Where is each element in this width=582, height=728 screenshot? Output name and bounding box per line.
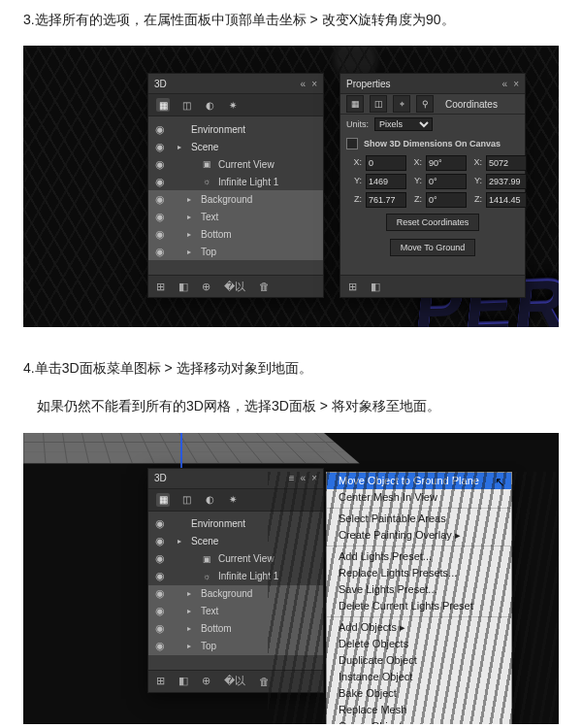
footer-icon[interactable]: ⊕: [202, 281, 210, 293]
panel-properties-footer[interactable]: ⊞◧: [340, 275, 525, 297]
visibility-eye-icon[interactable]: ◉: [154, 158, 166, 171]
menu-item[interactable]: Instance Object: [327, 669, 511, 685]
panel-close-icon[interactable]: ×: [311, 473, 317, 483]
tree-row[interactable]: ◉▣Current View: [148, 155, 323, 173]
visibility-eye-icon[interactable]: ◉: [154, 535, 166, 547]
visibility-eye-icon[interactable]: ◉: [154, 587, 166, 600]
tree-row[interactable]: ◉☼Infinite Light 1: [148, 173, 323, 190]
panel-menu-icon[interactable]: ≡: [289, 473, 295, 483]
visibility-eye-icon[interactable]: ◉: [154, 570, 166, 582]
coord-input[interactable]: [366, 155, 406, 171]
mode-icon[interactable]: ⌖: [393, 95, 410, 113]
visibility-eye-icon[interactable]: ◉: [154, 228, 166, 241]
material-filter-icon[interactable]: ◐: [203, 98, 216, 112]
tree-row[interactable]: ◉▸Top: [148, 638, 323, 655]
visibility-eye-icon[interactable]: ◉: [154, 193, 166, 206]
caret-icon[interactable]: ▸: [187, 195, 195, 204]
coord-input[interactable]: [486, 155, 527, 171]
menu-item[interactable]: Add Lights Preset...: [327, 548, 511, 565]
scene-filter-icon[interactable]: ▦: [156, 98, 170, 112]
panel-3d[interactable]: 3D ≡ « × ▦ ◫ ◐ ✷ ◉Environment◉▸Scene◉▣Cu…: [147, 468, 324, 693]
panel-3d-modebar[interactable]: ▦ ◫ ◐ ✷: [148, 94, 323, 116]
tree-row[interactable]: ◉▸Scene: [148, 533, 323, 550]
light-filter-icon[interactable]: ✷: [226, 493, 240, 507]
panel-collapse-icon[interactable]: «: [301, 473, 307, 483]
menu-item[interactable]: Delete Current Lights Preset: [327, 598, 511, 614]
menu-item[interactable]: Delete Objects: [327, 636, 511, 652]
panel-3d-footer[interactable]: ⊞◧⊕�以🗑: [148, 275, 323, 297]
coord-input[interactable]: [426, 192, 467, 208]
menu-item[interactable]: Move Object to Ground Plane: [327, 473, 511, 489]
panel-close-icon[interactable]: ×: [513, 79, 519, 89]
tree-row[interactable]: ◉Environment: [148, 120, 323, 138]
visibility-eye-icon[interactable]: ◉: [154, 552, 166, 565]
caret-icon[interactable]: ▸: [187, 607, 195, 615]
visibility-eye-icon[interactable]: ◉: [154, 605, 166, 617]
menu-item[interactable]: Create Painting Overlay ▸: [327, 527, 511, 544]
mode-icon[interactable]: ▦: [346, 95, 364, 113]
footer-icon[interactable]: �以: [224, 674, 245, 688]
visibility-eye-icon[interactable]: ◉: [154, 640, 166, 652]
coord-input[interactable]: [486, 192, 527, 208]
menu-item[interactable]: Add Objects ▸: [327, 619, 511, 636]
footer-icon[interactable]: ◧: [178, 675, 188, 687]
tree-row[interactable]: ◉▸Background: [148, 585, 323, 603]
coordinates-grid[interactable]: X:X:X:Y:Y:Y:Z:Z:Z:: [340, 153, 525, 210]
units-select[interactable]: Pixels: [374, 117, 433, 131]
menu-item[interactable]: Select Paintable Areas: [327, 511, 511, 527]
menu-item[interactable]: Save Lights Preset...: [327, 581, 511, 598]
menu-item[interactable]: Replace Lights Presets...: [327, 565, 511, 581]
caret-icon[interactable]: ▸: [187, 624, 195, 633]
mesh-filter-icon[interactable]: ◫: [179, 98, 193, 112]
menu-item[interactable]: Group Objects: [327, 718, 511, 724]
reset-coordinates-button[interactable]: Reset Coordinates: [386, 214, 480, 231]
coord-input[interactable]: [486, 174, 527, 189]
tree-row[interactable]: ◉▸Text: [148, 603, 323, 620]
coord-input[interactable]: [426, 174, 467, 189]
coord-input[interactable]: [366, 174, 406, 189]
tree-row[interactable]: ◉Environment: [148, 515, 323, 533]
caret-icon[interactable]: ▸: [178, 537, 185, 546]
panel-3d-footer[interactable]: ⊞◧⊕�以🗑: [148, 670, 323, 692]
scene-filter-icon[interactable]: ▦: [156, 493, 170, 507]
footer-icon[interactable]: �以: [224, 280, 245, 294]
move-to-ground-button[interactable]: Move To Ground: [390, 239, 475, 256]
menu-item[interactable]: Center Mesh In View: [327, 489, 511, 506]
menu-item[interactable]: Replace Mesh: [327, 702, 511, 718]
properties-modebar[interactable]: ▦◫⌖⚲Coordinates: [340, 94, 525, 115]
footer-icon[interactable]: ⊞: [156, 281, 165, 293]
scene-tree[interactable]: ◉Environment◉▸Scene◉▣Current View◉☼Infin…: [148, 116, 323, 264]
show-3d-dim-checkbox[interactable]: [346, 138, 358, 149]
footer-icon[interactable]: ⊞: [156, 675, 165, 687]
visibility-eye-icon[interactable]: ◉: [154, 123, 166, 136]
visibility-eye-icon[interactable]: ◉: [154, 141, 166, 153]
mesh-filter-icon[interactable]: ◫: [179, 493, 193, 507]
panel-collapse-icon[interactable]: «: [301, 79, 307, 89]
visibility-eye-icon[interactable]: ◉: [154, 246, 166, 258]
panel-3d[interactable]: 3D « × ▦ ◫ ◐ ✷ ◉Environment◉▸Scene◉▣Curr…: [147, 73, 324, 298]
light-filter-icon[interactable]: ✷: [226, 98, 240, 112]
tree-row[interactable]: ◉▸Bottom: [148, 620, 323, 638]
caret-icon[interactable]: ▸: [178, 143, 185, 151]
panel-3d-modebar[interactable]: ▦ ◫ ◐ ✷: [148, 489, 323, 512]
tree-row[interactable]: ◉▸Bottom: [148, 225, 323, 243]
tree-row[interactable]: ◉▸Scene: [148, 138, 323, 155]
tree-row[interactable]: ◉☼Infinite Light 1: [148, 568, 323, 585]
coord-input[interactable]: [366, 192, 406, 208]
footer-icon[interactable]: ◧: [178, 281, 188, 293]
tree-row[interactable]: ◉▸Background: [148, 190, 323, 208]
panel-close-icon[interactable]: ×: [311, 79, 317, 89]
footer-icon[interactable]: 🗑: [259, 676, 270, 687]
visibility-eye-icon[interactable]: ◉: [154, 622, 166, 635]
tree-row[interactable]: ◉▣Current View: [148, 550, 323, 568]
tree-row[interactable]: ◉▸Text: [148, 208, 323, 225]
mode-icon[interactable]: ⚲: [416, 95, 434, 113]
caret-icon[interactable]: ▸: [187, 642, 195, 650]
panel-collapse-icon[interactable]: «: [502, 79, 508, 89]
coord-input[interactable]: [426, 155, 467, 171]
material-filter-icon[interactable]: ◐: [203, 493, 216, 507]
caret-icon[interactable]: ▸: [187, 213, 195, 221]
visibility-eye-icon[interactable]: ◉: [154, 176, 166, 188]
visibility-eye-icon[interactable]: ◉: [154, 211, 166, 223]
footer-icon[interactable]: ⊕: [202, 675, 210, 687]
